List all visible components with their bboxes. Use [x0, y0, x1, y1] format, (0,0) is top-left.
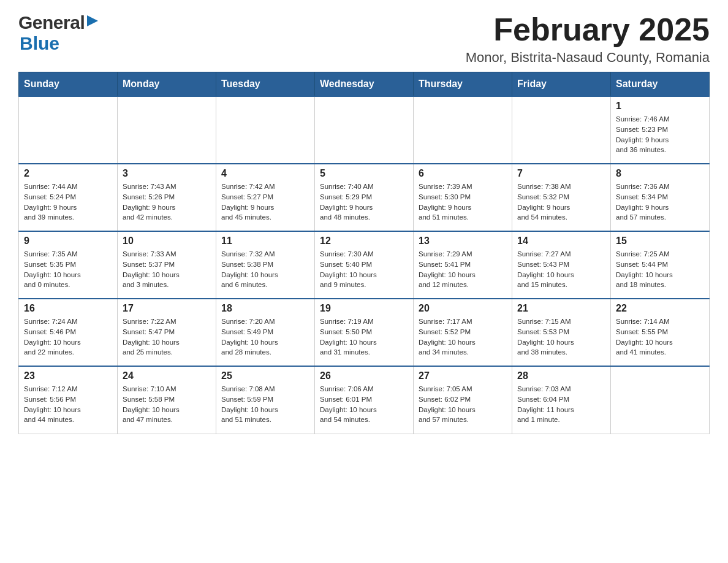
- day-info: Sunrise: 7:03 AMSunset: 6:04 PMDaylight:…: [517, 384, 605, 425]
- day-number: 17: [123, 303, 211, 314]
- weekday-header-wednesday: Wednesday: [315, 72, 414, 97]
- day-number: 27: [419, 370, 507, 381]
- day-number: 28: [517, 370, 605, 381]
- day-info: Sunrise: 7:17 AMSunset: 5:52 PMDaylight:…: [419, 316, 507, 358]
- calendar-cell: 21Sunrise: 7:15 AMSunset: 5:53 PMDayligh…: [512, 299, 611, 366]
- day-number: 18: [221, 303, 309, 314]
- page-header: General Blue February 2025 Monor, Bistri…: [18, 12, 710, 66]
- day-number: 6: [419, 168, 507, 179]
- calendar-cell: 12Sunrise: 7:30 AMSunset: 5:40 PMDayligh…: [315, 231, 414, 299]
- day-info: Sunrise: 7:08 AMSunset: 5:59 PMDaylight:…: [221, 384, 309, 425]
- calendar-cell: [19, 96, 118, 164]
- day-info: Sunrise: 7:29 AMSunset: 5:41 PMDaylight:…: [419, 249, 507, 290]
- day-info: Sunrise: 7:20 AMSunset: 5:49 PMDaylight:…: [221, 316, 309, 358]
- day-number: 8: [616, 168, 704, 179]
- weekday-header-friday: Friday: [512, 72, 611, 97]
- day-info: Sunrise: 7:25 AMSunset: 5:44 PMDaylight:…: [616, 249, 704, 290]
- title-section: February 2025 Monor, Bistrita-Nasaud Cou…: [466, 12, 710, 66]
- day-info: Sunrise: 7:39 AMSunset: 5:30 PMDaylight:…: [419, 182, 507, 223]
- day-number: 23: [24, 370, 112, 381]
- day-number: 9: [24, 236, 112, 247]
- calendar-cell: 20Sunrise: 7:17 AMSunset: 5:52 PMDayligh…: [414, 299, 512, 366]
- day-number: 7: [517, 168, 605, 179]
- calendar-cell: [414, 96, 512, 164]
- day-info: Sunrise: 7:30 AMSunset: 5:40 PMDaylight:…: [320, 249, 408, 290]
- day-info: Sunrise: 7:42 AMSunset: 5:27 PMDaylight:…: [221, 182, 309, 223]
- calendar-cell: 18Sunrise: 7:20 AMSunset: 5:49 PMDayligh…: [216, 299, 315, 366]
- calendar-cell: 26Sunrise: 7:06 AMSunset: 6:01 PMDayligh…: [315, 366, 414, 434]
- day-number: 3: [123, 168, 211, 179]
- weekday-header-thursday: Thursday: [414, 72, 512, 97]
- logo-blue-text: Blue: [20, 33, 59, 54]
- day-info: Sunrise: 7:24 AMSunset: 5:46 PMDaylight:…: [24, 316, 112, 358]
- calendar-cell: 1Sunrise: 7:46 AMSunset: 5:23 PMDaylight…: [611, 96, 710, 164]
- day-number: 12: [320, 236, 408, 247]
- weekday-header-sunday: Sunday: [19, 72, 118, 97]
- weekday-header-saturday: Saturday: [611, 72, 710, 97]
- calendar-cell: 17Sunrise: 7:22 AMSunset: 5:47 PMDayligh…: [118, 299, 216, 366]
- calendar-cell: 7Sunrise: 7:38 AMSunset: 5:32 PMDaylight…: [512, 164, 611, 231]
- calendar-week-row: 2Sunrise: 7:44 AMSunset: 5:24 PMDaylight…: [19, 164, 710, 231]
- location-subtitle: Monor, Bistrita-Nasaud County, Romania: [466, 50, 710, 66]
- day-info: Sunrise: 7:33 AMSunset: 5:37 PMDaylight:…: [123, 249, 211, 290]
- calendar-cell: 10Sunrise: 7:33 AMSunset: 5:37 PMDayligh…: [118, 231, 216, 299]
- calendar-week-row: 16Sunrise: 7:24 AMSunset: 5:46 PMDayligh…: [19, 299, 710, 366]
- day-number: 1: [616, 101, 704, 112]
- day-number: 11: [221, 236, 309, 247]
- calendar-cell: [512, 96, 611, 164]
- svg-marker-0: [87, 15, 98, 26]
- day-info: Sunrise: 7:06 AMSunset: 6:01 PMDaylight:…: [320, 384, 408, 425]
- day-number: 16: [24, 303, 112, 314]
- calendar-cell: [216, 96, 315, 164]
- day-info: Sunrise: 7:46 AMSunset: 5:23 PMDaylight:…: [616, 114, 704, 155]
- calendar-cell: 9Sunrise: 7:35 AMSunset: 5:35 PMDaylight…: [19, 231, 118, 299]
- day-info: Sunrise: 7:38 AMSunset: 5:32 PMDaylight:…: [517, 182, 605, 223]
- calendar-cell: 19Sunrise: 7:19 AMSunset: 5:50 PMDayligh…: [315, 299, 414, 366]
- calendar-header-row: SundayMondayTuesdayWednesdayThursdayFrid…: [19, 72, 710, 97]
- day-number: 2: [24, 168, 112, 179]
- calendar-cell: 11Sunrise: 7:32 AMSunset: 5:38 PMDayligh…: [216, 231, 315, 299]
- calendar-week-row: 1Sunrise: 7:46 AMSunset: 5:23 PMDaylight…: [19, 96, 710, 164]
- day-info: Sunrise: 7:15 AMSunset: 5:53 PMDaylight:…: [517, 316, 605, 358]
- day-info: Sunrise: 7:12 AMSunset: 5:56 PMDaylight:…: [24, 384, 112, 425]
- calendar-cell: 5Sunrise: 7:40 AMSunset: 5:29 PMDaylight…: [315, 164, 414, 231]
- day-info: Sunrise: 7:22 AMSunset: 5:47 PMDaylight:…: [123, 316, 211, 358]
- month-title: February 2025: [466, 12, 710, 47]
- day-info: Sunrise: 7:44 AMSunset: 5:24 PMDaylight:…: [24, 182, 112, 223]
- calendar-cell: 2Sunrise: 7:44 AMSunset: 5:24 PMDaylight…: [19, 164, 118, 231]
- logo-triangle-icon: [86, 14, 99, 28]
- day-info: Sunrise: 7:19 AMSunset: 5:50 PMDaylight:…: [320, 316, 408, 358]
- day-info: Sunrise: 7:36 AMSunset: 5:34 PMDaylight:…: [616, 182, 704, 223]
- day-number: 5: [320, 168, 408, 179]
- calendar-cell: 6Sunrise: 7:39 AMSunset: 5:30 PMDaylight…: [414, 164, 512, 231]
- calendar-week-row: 23Sunrise: 7:12 AMSunset: 5:56 PMDayligh…: [19, 366, 710, 434]
- calendar-cell: 4Sunrise: 7:42 AMSunset: 5:27 PMDaylight…: [216, 164, 315, 231]
- day-number: 24: [123, 370, 211, 381]
- calendar-cell: 16Sunrise: 7:24 AMSunset: 5:46 PMDayligh…: [19, 299, 118, 366]
- day-number: 21: [517, 303, 605, 314]
- day-number: 25: [221, 370, 309, 381]
- day-number: 14: [517, 236, 605, 247]
- logo: General Blue: [18, 12, 99, 54]
- day-number: 13: [419, 236, 507, 247]
- day-info: Sunrise: 7:05 AMSunset: 6:02 PMDaylight:…: [419, 384, 507, 425]
- calendar-cell: [611, 366, 710, 434]
- calendar-cell: 23Sunrise: 7:12 AMSunset: 5:56 PMDayligh…: [19, 366, 118, 434]
- day-info: Sunrise: 7:10 AMSunset: 5:58 PMDaylight:…: [123, 384, 211, 425]
- calendar-cell: [118, 96, 216, 164]
- day-number: 15: [616, 236, 704, 247]
- calendar-cell: 8Sunrise: 7:36 AMSunset: 5:34 PMDaylight…: [611, 164, 710, 231]
- logo-general-text: General: [18, 12, 85, 33]
- calendar-cell: 28Sunrise: 7:03 AMSunset: 6:04 PMDayligh…: [512, 366, 611, 434]
- calendar-cell: 3Sunrise: 7:43 AMSunset: 5:26 PMDaylight…: [118, 164, 216, 231]
- calendar-cell: 14Sunrise: 7:27 AMSunset: 5:43 PMDayligh…: [512, 231, 611, 299]
- day-number: 20: [419, 303, 507, 314]
- calendar-week-row: 9Sunrise: 7:35 AMSunset: 5:35 PMDaylight…: [19, 231, 710, 299]
- day-info: Sunrise: 7:43 AMSunset: 5:26 PMDaylight:…: [123, 182, 211, 223]
- day-number: 4: [221, 168, 309, 179]
- day-info: Sunrise: 7:32 AMSunset: 5:38 PMDaylight:…: [221, 249, 309, 290]
- calendar-cell: 13Sunrise: 7:29 AMSunset: 5:41 PMDayligh…: [414, 231, 512, 299]
- calendar-cell: [315, 96, 414, 164]
- day-number: 10: [123, 236, 211, 247]
- calendar-cell: 22Sunrise: 7:14 AMSunset: 5:55 PMDayligh…: [611, 299, 710, 366]
